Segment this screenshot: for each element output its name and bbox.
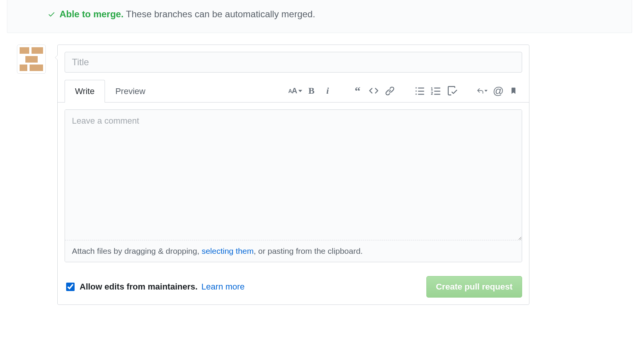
reply-icon[interactable] (477, 86, 488, 96)
avatar (17, 45, 46, 74)
merge-able-label: Able to merge. (60, 9, 124, 19)
comment-area: Attach files by dragging & dropping, sel… (65, 109, 522, 262)
learn-more-link[interactable]: Learn more (201, 282, 245, 292)
link-icon[interactable] (384, 86, 395, 96)
editor-tabs: Write Preview AA B i “ (58, 79, 529, 103)
tab-preview[interactable]: Preview (105, 80, 156, 103)
title-input[interactable] (65, 52, 522, 73)
unordered-list-icon[interactable] (414, 86, 425, 96)
check-icon (48, 8, 55, 22)
italic-icon[interactable]: i (322, 86, 333, 96)
create-pull-request-button[interactable]: Create pull request (426, 276, 522, 298)
task-list-icon[interactable] (447, 86, 458, 96)
code-icon[interactable] (368, 86, 379, 96)
tab-write[interactable]: Write (65, 80, 105, 103)
allow-edits-row: Allow edits from maintainers. Learn more (65, 281, 245, 292)
attach-hint-pre: Attach files by dragging & dropping, (72, 247, 201, 255)
text-size-icon[interactable]: AA (290, 86, 301, 96)
markdown-toolbar: AA B i “ (290, 86, 522, 96)
attach-hint-post: , or pasting from the clipboard. (254, 247, 363, 255)
ordered-list-icon[interactable] (431, 86, 441, 96)
allow-edits-label: Allow edits from maintainers. (80, 282, 198, 292)
mention-icon[interactable]: @ (493, 86, 504, 96)
reference-icon[interactable] (509, 86, 520, 96)
attach-hint: Attach files by dragging & dropping, sel… (65, 240, 522, 262)
pr-form-card: Write Preview AA B i “ (57, 45, 529, 305)
quote-icon[interactable]: “ (352, 86, 363, 96)
comment-textarea[interactable] (65, 110, 522, 240)
merge-status-banner: Able to merge. These branches can be aut… (7, 0, 632, 33)
allow-edits-checkbox[interactable] (66, 283, 75, 291)
attach-select-link[interactable]: selecting them (201, 247, 253, 255)
merge-desc: These branches can be automatically merg… (126, 9, 315, 19)
bold-icon[interactable]: B (306, 86, 317, 96)
